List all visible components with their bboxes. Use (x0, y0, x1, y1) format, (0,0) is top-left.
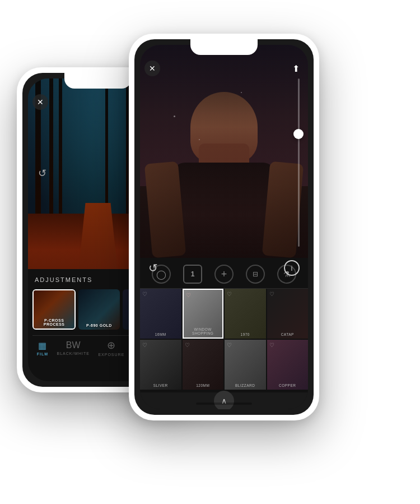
film-label-0: P-CROSS PROCESS (36, 318, 72, 326)
heart-sliver[interactable]: ♡ (142, 342, 147, 348)
filter-copper[interactable]: ♡ COPPER (267, 340, 309, 390)
tree-3 (59, 78, 62, 224)
bottom-panel-right: ◯ 1 + ⊟ ⚗ (140, 258, 308, 409)
film-label-tool: FILM (37, 352, 48, 356)
info-badge[interactable]: i (284, 260, 300, 276)
filter-blizzard[interactable]: ♡ BLIZZARD (225, 340, 266, 390)
filter-grid: ♡ 16MM ♡ WINDOW SHOPPING ♡ 1970 ♡ CATAP (140, 289, 308, 390)
refresh-icon-left[interactable]: ↺ (38, 167, 46, 179)
portrait-photo (140, 45, 308, 280)
refresh-icon-right[interactable]: ↺ (148, 261, 158, 275)
vertical-slider[interactable] (298, 78, 300, 247)
phone-right-inner: ✕ ⬆ (134, 39, 314, 415)
filter-catap[interactable]: ♡ CATAP (267, 289, 309, 339)
filter-label-120mm: 120MM (183, 383, 224, 387)
film-icon: ▦ (38, 340, 46, 351)
up-chevron-button[interactable]: ∧ (214, 391, 234, 409)
heart-blizzard[interactable]: ♡ (227, 342, 232, 348)
exposure-icon: ⊕ (107, 339, 115, 352)
filter-label-catap: CATAP (267, 332, 309, 336)
heart-catap[interactable]: ♡ (269, 291, 274, 297)
filter-label-1970: 1970 (225, 332, 266, 336)
filter-label-copper: COPPER (267, 383, 309, 387)
notch-left (64, 73, 132, 89)
adjustments-title: ADJUSTMENTS (35, 276, 92, 283)
bw-label: BLACK/WHITE (57, 352, 90, 355)
heart-copper[interactable]: ♡ (269, 342, 274, 348)
exposure-label: EXPOSURE (98, 353, 124, 357)
film-thumb-0[interactable]: P-CROSS PROCESS (32, 289, 76, 330)
heart-16mm[interactable]: ♡ (142, 291, 147, 297)
home-bar-right (196, 403, 252, 405)
close-button-right[interactable]: ✕ (144, 61, 160, 76)
up-chevron-bar: ∧ (140, 392, 308, 409)
info-icon: i (291, 264, 293, 272)
scene: ✕ ↺ (0, 0, 420, 504)
filter-16mm[interactable]: ♡ 16MM (140, 289, 181, 339)
filter-1970[interactable]: ♡ 1970 (225, 289, 266, 339)
filter-sliver[interactable]: ♡ SLIVER (140, 340, 181, 390)
portrait-overlay (140, 45, 308, 280)
filter-label-16mm: 16MM (140, 332, 181, 336)
bw-icon: BW (66, 340, 81, 350)
filter-label-sliver: SLIVER (140, 383, 181, 387)
tool-film[interactable]: ▦ FILM (37, 340, 48, 356)
tool-exposure[interactable]: ⊕ EXPOSURE (98, 339, 124, 357)
heart-window[interactable]: ♡ (186, 292, 191, 298)
photo-right: ↺ i (140, 45, 308, 280)
heart-1970[interactable]: ♡ (227, 291, 232, 297)
tree-2 (49, 78, 53, 224)
share-button[interactable]: ⬆ (288, 61, 304, 76)
notch-right (190, 39, 258, 55)
share-icon: ⬆ (292, 63, 300, 74)
close-button-left[interactable]: ✕ (32, 94, 48, 110)
tool-bw[interactable]: BW BLACK/WHITE (57, 340, 90, 355)
photo-bottom-icons: ↺ i (140, 260, 308, 276)
film-label-1: P-690 GOLD (81, 323, 117, 327)
tree-7 (105, 82, 108, 224)
filter-label-window: WINDOW SHOPPING (184, 327, 223, 335)
filter-window-shopping[interactable]: ♡ WINDOW SHOPPING (183, 289, 224, 339)
phone-right: ✕ ⬆ (129, 34, 319, 420)
filter-120mm[interactable]: ♡ 120MM (183, 340, 224, 390)
film-thumb-1[interactable]: P-690 GOLD (78, 289, 119, 330)
heart-120mm[interactable]: ♡ (185, 342, 190, 348)
slider-thumb[interactable] (293, 129, 304, 139)
filter-label-blizzard: BLIZZARD (225, 383, 266, 387)
